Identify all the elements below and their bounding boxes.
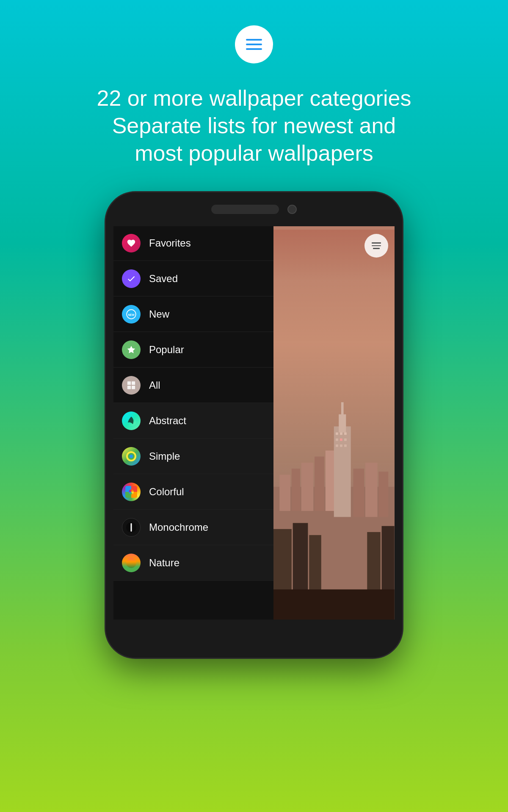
svg-rect-33 [365,463,378,517]
svg-rect-25 [345,432,347,435]
svg-rect-34 [379,472,389,517]
phone-screen: FavoritesSavedNEWNewPopularAllAbstractSi… [113,225,395,620]
svg-rect-23 [336,432,339,435]
wallpaper-menu-button[interactable] [364,234,388,258]
svg-rect-17 [301,463,314,511]
menu-label-monochrome: Monochrome [149,521,208,533]
phone-device: FavoritesSavedNEWNewPopularAllAbstractSi… [106,192,402,658]
nav-drawer: FavoritesSavedNEWNewPopularAllAbstractSi… [113,225,273,620]
phone-top-bar [106,192,402,226]
menu-icon-abstract [122,411,141,430]
menu-icon-popular [122,340,141,359]
menu-label-saved: Saved [149,273,178,285]
menu-label-all: All [149,379,160,391]
svg-text:NEW: NEW [128,313,135,316]
svg-rect-31 [345,444,347,447]
svg-rect-4 [127,385,131,389]
menu-label-nature: Nature [149,557,179,569]
menu-items-list: FavoritesSavedNEWNewPopularAllAbstractSi… [113,225,273,581]
menu-item-monochrome[interactable]: Monochrome [113,510,273,545]
phone-speaker [211,205,279,214]
mini-line-1 [372,242,381,244]
menu-label-simple: Simple [149,450,180,462]
svg-rect-27 [340,439,343,441]
menu-item-popular[interactable]: Popular [113,332,273,368]
svg-rect-32 [353,469,364,517]
mini-line-3 [373,248,380,249]
hamburger-line-2 [246,44,262,45]
headline-line1: 22 or more wallpaper categories [97,86,411,110]
menu-label-abstract: Abstract [149,415,186,427]
menu-item-abstract[interactable]: Abstract [113,403,273,439]
svg-rect-26 [336,439,339,441]
menu-item-all[interactable]: All [113,368,273,403]
headline-line2: Separate lists for newest and [112,113,396,138]
svg-rect-18 [315,457,325,511]
menu-label-colorful: Colorful [149,486,184,498]
menu-label-new: New [149,308,169,320]
headline-text: 22 or more wallpaper categories Separate… [72,85,437,167]
svg-rect-28 [345,439,347,441]
svg-rect-16 [292,469,300,511]
svg-rect-24 [340,432,343,435]
wallpaper-preview [273,225,395,620]
menu-item-new[interactable]: NEWNew [113,296,273,332]
menu-icon-nature [122,554,141,572]
menu-icon-all [122,376,141,395]
menu-icon-simple [122,447,141,466]
menu-icon-favorites [122,234,141,252]
city-skyline-svg [273,378,395,620]
headline-line3: most popular wallpapers [135,141,373,165]
svg-rect-29 [336,444,339,447]
menu-item-saved[interactable]: Saved [113,261,273,296]
menu-item-nature[interactable]: Nature [113,545,273,581]
menu-icon-colorful [122,483,141,501]
svg-point-13 [126,558,136,568]
svg-rect-12 [131,523,132,532]
wallpaper-background [273,225,395,620]
svg-rect-3 [132,381,135,384]
hamburger-line-1 [246,39,262,41]
menu-item-simple[interactable]: Simple [113,439,273,474]
svg-rect-22 [341,402,344,419]
svg-rect-30 [340,444,343,447]
svg-rect-40 [273,590,395,620]
top-menu-button[interactable] [235,25,273,63]
menu-label-favorites: Favorites [149,237,191,249]
phone-camera [287,205,297,214]
menu-item-favorites[interactable]: Favorites [113,225,273,261]
menu-icon-saved [122,269,141,288]
phone-frame: FavoritesSavedNEWNewPopularAllAbstractSi… [106,192,402,658]
menu-icon-new: NEW [122,305,141,324]
mini-line-2 [372,245,381,247]
menu-item-colorful[interactable]: Colorful [113,474,273,510]
hamburger-line-3 [246,48,262,50]
svg-rect-5 [132,385,135,389]
svg-point-9 [130,455,133,458]
menu-icon-monochrome [122,518,141,537]
phone-bottom-bar [106,620,402,658]
svg-rect-2 [127,381,131,384]
svg-rect-15 [280,475,291,511]
menu-label-popular: Popular [149,344,184,356]
